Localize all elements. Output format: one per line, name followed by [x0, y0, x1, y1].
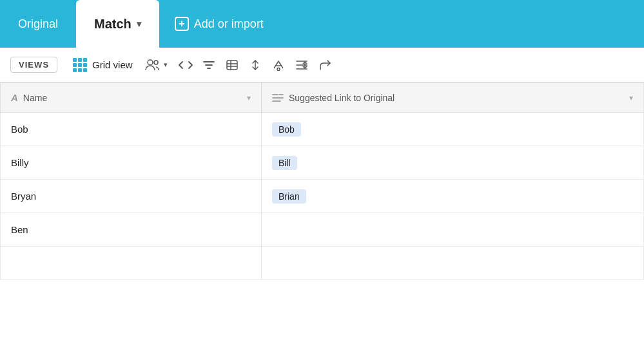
- table-row: Bob Bob: [1, 113, 644, 146]
- suggested-column-label: Suggested Link to Original: [289, 93, 395, 103]
- name-column-arrow[interactable]: ▾: [247, 93, 251, 102]
- code-icon[interactable]: [174, 53, 197, 77]
- name-cell[interactable]: Bob: [1, 113, 262, 146]
- header-bar: Original Match ▾ + Add or import: [0, 0, 644, 48]
- suggested-cell[interactable]: Bill: [262, 146, 644, 180]
- name-cell[interactable]: Bryan: [1, 180, 262, 213]
- tab-original-label: Original: [18, 17, 58, 31]
- suggested-icon: [272, 93, 284, 102]
- suggested-tag[interactable]: Brian: [272, 189, 306, 204]
- table-row: Billy Bill: [1, 146, 644, 180]
- tab-match[interactable]: Match ▾: [76, 0, 159, 48]
- plus-box-icon: +: [175, 17, 189, 31]
- svg-rect-5: [227, 61, 237, 70]
- name-column-label: Name: [23, 93, 47, 103]
- tab-match-label: Match: [94, 17, 132, 32]
- grid-view-button[interactable]: Grid view: [66, 55, 139, 75]
- grid-view-icon: [73, 58, 87, 72]
- table-row: Bryan Brian: [1, 180, 644, 213]
- data-table: A Name ▾: [0, 82, 644, 280]
- tab-add-or-import[interactable]: + Add or import: [159, 0, 279, 48]
- share-icon[interactable]: [313, 53, 337, 77]
- paint-icon[interactable]: [267, 53, 290, 77]
- suggested-tag[interactable]: Bill: [272, 156, 297, 170]
- views-button[interactable]: VIEWS: [10, 57, 57, 73]
- suggested-column-header[interactable]: Suggested Link to Original ▾: [262, 83, 644, 113]
- name-cell[interactable]: Ben: [1, 213, 262, 247]
- toolbar: VIEWS Grid view ▾: [0, 48, 644, 82]
- name-column-header[interactable]: A Name ▾: [1, 83, 262, 113]
- main-content: VIEWS Grid view ▾: [0, 48, 644, 342]
- svg-point-10: [277, 68, 280, 70]
- tab-add-label: Add or import: [194, 17, 264, 31]
- fields-icon[interactable]: [220, 53, 244, 77]
- people-icon[interactable]: [141, 53, 164, 77]
- tab-original[interactable]: Original: [0, 0, 76, 48]
- suggested-cell[interactable]: [262, 213, 644, 247]
- table-header-row: A Name ▾: [1, 83, 644, 113]
- grid-view-label: Grid view: [92, 59, 133, 70]
- sort-icon[interactable]: [244, 53, 267, 77]
- table-row: Ben: [1, 213, 644, 247]
- name-cell[interactable]: Billy: [1, 146, 262, 180]
- suggested-cell[interactable]: Bob: [262, 113, 644, 146]
- suggested-cell[interactable]: Brian: [262, 180, 644, 213]
- name-cell[interactable]: [1, 247, 262, 280]
- suggested-tag[interactable]: Bob: [272, 122, 301, 137]
- table-container: A Name ▾: [0, 82, 644, 342]
- name-type-icon: A: [11, 92, 18, 103]
- row-height-icon[interactable]: [290, 53, 313, 77]
- suggested-cell[interactable]: [262, 247, 644, 280]
- svg-point-0: [148, 60, 153, 65]
- suggested-column-arrow[interactable]: ▾: [629, 93, 633, 102]
- table-row: [1, 247, 644, 280]
- svg-point-1: [154, 61, 158, 64]
- tab-match-chevron[interactable]: ▾: [137, 19, 141, 29]
- people-chevron-icon[interactable]: ▾: [164, 61, 168, 69]
- filter-icon[interactable]: [197, 53, 220, 77]
